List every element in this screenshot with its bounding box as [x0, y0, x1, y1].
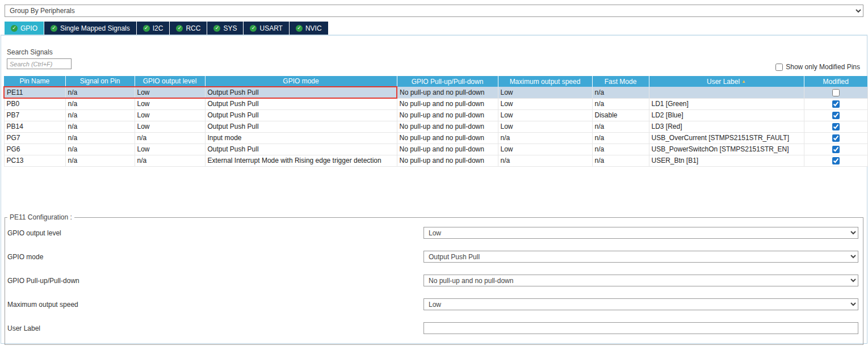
cell-level: Low — [135, 121, 205, 132]
cell-level: n/a — [135, 155, 205, 166]
cell-pull: No pull-up and no pull-down — [397, 155, 498, 166]
modified-checkbox[interactable] — [832, 112, 840, 119]
col-user-label-text: User Label — [707, 78, 740, 86]
cell-speed: n/a — [498, 155, 592, 166]
table-row[interactable]: PC13n/an/aExternal Interrupt Mode with R… — [4, 155, 867, 166]
table-row[interactable]: PG6n/aLowOutput Push PullNo pull-up and … — [4, 144, 867, 155]
cell-speed: n/a — [498, 132, 592, 144]
table-row[interactable]: PB7n/aLowOutput Push PullNo pull-up and … — [4, 109, 867, 121]
cell-modified — [804, 109, 867, 121]
tab-i2c[interactable]: ✓ I2C — [137, 22, 170, 35]
cell-signal: n/a — [65, 144, 135, 155]
tab-check-icon: ✓ — [250, 25, 257, 32]
cell-pull: No pull-up and no pull-down — [397, 121, 498, 132]
group-by-bar: Group By Peripherals — [0, 0, 868, 17]
modified-checkbox[interactable] — [832, 100, 840, 108]
cfg-row-gpio-pull: GPIO Pull-up/Pull-down No pull-up and no… — [7, 275, 858, 286]
tab-check-icon: ✓ — [11, 25, 18, 32]
cell-level: Low — [135, 98, 205, 109]
pin-table-body: PE11n/aLowOutput Push PullNo pull-up and… — [4, 87, 867, 166]
gpio-output-level-select[interactable]: Low — [423, 227, 858, 239]
cfg-label: User Label — [7, 324, 423, 332]
search-input[interactable] — [7, 58, 72, 69]
cell-pin: PB7 — [4, 109, 65, 121]
cell-signal: n/a — [65, 87, 135, 98]
table-row[interactable]: PB0n/aLowOutput Push PullNo pull-up and … — [4, 98, 867, 109]
col-fast-mode[interactable]: Fast Mode — [592, 76, 649, 87]
cell-speed: Low — [498, 109, 592, 121]
modified-checkbox[interactable] — [832, 89, 840, 96]
show-only-modified-pins[interactable]: Show only Modified Pins — [775, 63, 860, 71]
cell-signal: n/a — [65, 155, 135, 166]
cell-modified — [804, 132, 867, 144]
tab-gpio[interactable]: ✓ GPIO — [5, 22, 44, 35]
search-signals-label: Search Signals — [7, 48, 867, 56]
tab-sys[interactable]: ✓ SYS — [207, 22, 243, 35]
modified-checkbox[interactable] — [832, 146, 840, 153]
cell-modified — [804, 98, 867, 109]
cell-mode: Output Push Pull — [205, 87, 397, 98]
cell-label: LD1 [Green] — [649, 98, 804, 109]
tab-check-icon: ✓ — [296, 25, 303, 32]
cell-signal: n/a — [65, 109, 135, 121]
col-modified[interactable]: Modified — [804, 76, 867, 87]
cell-fast: n/a — [592, 144, 649, 155]
cell-signal: n/a — [65, 121, 135, 132]
gpio-mode-select[interactable]: Output Push Pull — [423, 251, 858, 263]
cell-label: USER_Btn [B1] — [649, 155, 804, 166]
cell-mode: Output Push Pull — [205, 98, 397, 109]
pin-configuration-legend: PE11 Configuration : — [7, 213, 74, 221]
table-row[interactable]: PG7n/an/aInput modeNo pull-up and no pul… — [4, 132, 867, 144]
cell-pin: PC13 — [4, 155, 65, 166]
cell-mode: Output Push Pull — [205, 121, 397, 132]
tab-label: NVIC — [305, 24, 322, 32]
modified-checkbox[interactable] — [832, 123, 840, 130]
cell-pin: PE11 — [4, 87, 65, 98]
cell-mode: Input mode — [205, 132, 397, 144]
cell-level: Low — [135, 87, 205, 98]
tab-check-icon: ✓ — [143, 25, 150, 32]
table-row[interactable]: PE11n/aLowOutput Push PullNo pull-up and… — [4, 87, 867, 98]
col-gpio-mode[interactable]: GPIO mode — [205, 76, 397, 87]
show-modified-checkbox[interactable] — [775, 64, 783, 71]
cell-modified — [804, 155, 867, 166]
cell-speed: Low — [498, 144, 592, 155]
group-by-select[interactable]: Group By Peripherals — [5, 5, 863, 17]
cell-modified — [804, 144, 867, 155]
cfg-row-max-output-speed: Maximum output speed Low — [7, 298, 858, 310]
cell-signal: n/a — [65, 98, 135, 109]
cell-pull: No pull-up and no pull-down — [397, 87, 498, 98]
cfg-row-gpio-output-level: GPIO output level Low — [7, 227, 858, 239]
col-gpio-output-level[interactable]: GPIO output level — [135, 76, 205, 87]
col-gpio-pull[interactable]: GPIO Pull-up/Pull-down — [397, 76, 498, 87]
cell-label: LD3 [Red] — [649, 121, 804, 132]
tab-usart[interactable]: ✓ USART — [244, 22, 288, 35]
col-pin-name[interactable]: Pin Name — [4, 76, 65, 87]
cell-pin: PB0 — [4, 98, 65, 109]
tab-label: USART — [259, 24, 282, 32]
cell-label: LD2 [Blue] — [649, 109, 804, 121]
max-output-speed-select[interactable]: Low — [423, 298, 858, 310]
cell-pull: No pull-up and no pull-down — [397, 98, 498, 109]
cfg-label: GPIO mode — [7, 253, 423, 261]
tab-rcc[interactable]: ✓ RCC — [170, 22, 207, 35]
cell-level: Low — [135, 109, 205, 121]
cell-fast: n/a — [592, 87, 649, 98]
cfg-label: GPIO Pull-up/Pull-down — [7, 277, 423, 285]
gpio-pull-select[interactable]: No pull-up and no pull-down — [423, 275, 858, 286]
table-header-row: Pin Name Signal on Pin GPIO output level… — [4, 76, 867, 87]
tab-single-mapped-signals[interactable]: ✓ Single Mapped Signals — [44, 22, 136, 35]
col-signal-on-pin[interactable]: Signal on Pin — [65, 76, 135, 87]
cfg-row-gpio-mode: GPIO mode Output Push Pull — [7, 251, 858, 263]
cell-label: USB_OverCurrent [STMPS2151STR_FAULT] — [649, 132, 804, 144]
tab-label: GPIO — [20, 24, 37, 32]
modified-checkbox[interactable] — [832, 134, 840, 142]
cell-speed: Low — [498, 87, 592, 98]
cell-fast: n/a — [592, 98, 649, 109]
col-max-output-speed[interactable]: Maximum output speed — [498, 76, 592, 87]
table-row[interactable]: PB14n/aLowOutput Push PullNo pull-up and… — [4, 121, 867, 132]
modified-checkbox[interactable] — [832, 157, 840, 164]
col-user-label[interactable]: User Label▲ — [649, 76, 804, 87]
user-label-input[interactable] — [423, 322, 858, 334]
tab-nvic[interactable]: ✓ NVIC — [290, 22, 328, 35]
